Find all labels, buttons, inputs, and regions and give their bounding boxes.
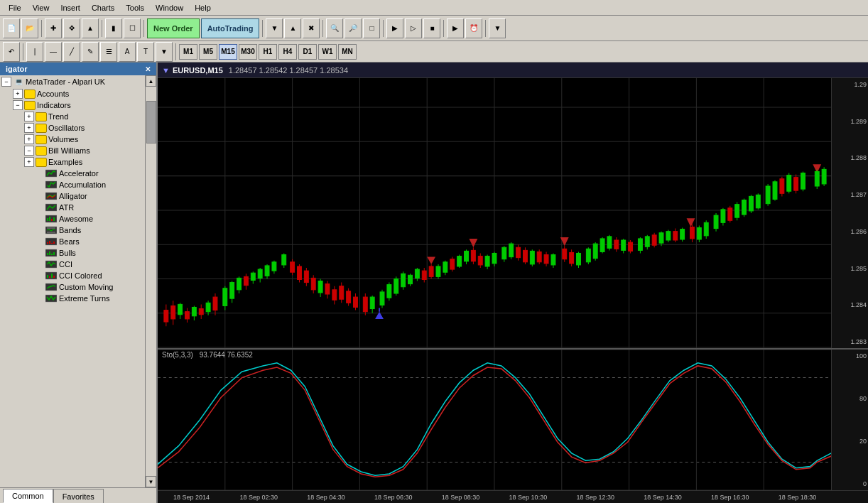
tf-w1[interactable]: W1 <box>318 44 337 60</box>
sell-button[interactable]: ▲ <box>284 18 301 38</box>
tree-item-bears[interactable]: Bears <box>0 236 145 247</box>
tab-favorites[interactable]: Favorites <box>53 489 104 503</box>
tf-h4[interactable]: H4 <box>278 44 297 60</box>
menu-help[interactable]: Help <box>189 2 217 13</box>
tree-item-accelerator[interactable]: Accelerator <box>0 168 145 179</box>
accounts-button[interactable]: ▶ <box>447 18 464 38</box>
expert-button[interactable]: ▷ <box>405 18 422 38</box>
text-tool[interactable]: A <box>119 42 136 62</box>
svg-rect-17 <box>49 252 50 255</box>
tf-mn[interactable]: MN <box>338 44 357 60</box>
new-order-button[interactable]: New Order <box>147 18 200 38</box>
chart-props-button[interactable]: ▮ <box>105 18 122 38</box>
vline-tool[interactable]: | <box>26 42 43 62</box>
svg-rect-18 <box>51 254 53 255</box>
new-chart-button[interactable]: 📄 <box>3 18 20 38</box>
zoom-in-button[interactable]: 🔍 <box>326 18 343 38</box>
tf-h1[interactable]: H1 <box>259 44 277 60</box>
chart-collapse-arrow[interactable]: ▼ <box>162 66 170 75</box>
stochastic-chart: Sto(5,3,3) 93.7644 76.6352 100 80 20 0 <box>158 348 868 490</box>
cursor-tool[interactable]: ↶ <box>3 42 20 62</box>
svg-rect-60 <box>213 297 217 310</box>
options-button[interactable]: ▼ <box>489 18 506 38</box>
tree-item-metatrader[interactable]: − 💻 MetaTrader - Alpari UK <box>0 75 145 88</box>
tree-item-extreme-turns[interactable]: Extreme Turns <box>0 293 145 304</box>
buy-button[interactable]: ▼ <box>266 18 283 38</box>
tree-item-awesome[interactable]: Awesome <box>0 213 145 225</box>
hline-tool[interactable]: — <box>45 42 62 62</box>
expand-examples[interactable]: + <box>24 157 34 167</box>
tree-item-bill-williams[interactable]: − Bill Williams <box>0 145 145 156</box>
accelerator-icon <box>45 168 57 178</box>
accumulation-icon <box>45 180 57 190</box>
autotrading-button[interactable]: AutoTrading <box>201 18 260 38</box>
tree-item-trend[interactable]: + Trend <box>0 111 145 122</box>
label-tool[interactable]: T <box>137 42 154 62</box>
channel-tool[interactable]: ☰ <box>100 42 117 62</box>
tf-m1[interactable]: M1 <box>179 44 197 60</box>
move-button[interactable]: ✥ <box>63 18 80 38</box>
svg-rect-173 <box>614 240 619 249</box>
expand-volumes[interactable]: + <box>24 134 34 144</box>
svg-rect-169 <box>600 239 604 252</box>
tree-item-indicators[interactable]: − Indicators <box>0 99 145 111</box>
menu-window[interactable]: Window <box>150 2 189 13</box>
tf-m5[interactable]: M5 <box>199 44 217 60</box>
expand-oscillators[interactable]: + <box>24 123 34 133</box>
scroll-down-arrow[interactable]: ▼ <box>146 476 156 487</box>
tf-m30[interactable]: M30 <box>239 44 257 60</box>
scroll-up-arrow[interactable]: ▲ <box>146 75 156 87</box>
tf-d1[interactable]: D1 <box>298 44 317 60</box>
close-order-button[interactable]: ✖ <box>303 18 320 38</box>
tree-item-oscillators[interactable]: + Oscillators <box>0 122 145 134</box>
indicators-button[interactable]: ■ <box>423 18 440 38</box>
time-button[interactable]: ⏰ <box>465 18 482 38</box>
tree-item-cci-colored[interactable]: CCI Colored <box>0 270 145 281</box>
expand-indicators[interactable]: − <box>13 100 23 110</box>
zoom-out-button[interactable]: 🔎 <box>345 18 362 38</box>
navigator-close-button[interactable]: ✕ <box>145 65 151 73</box>
expand-trend[interactable]: + <box>24 112 34 121</box>
pen-tool[interactable]: ✎ <box>82 42 99 62</box>
expand-accounts[interactable]: + <box>13 89 23 99</box>
template-button[interactable]: ☐ <box>124 18 141 38</box>
tree-item-accumulation[interactable]: Accumulation <box>0 179 145 190</box>
svg-rect-86 <box>311 278 315 289</box>
tf-m15[interactable]: M15 <box>219 44 237 60</box>
expand-bill-williams[interactable]: − <box>24 146 34 156</box>
menu-file[interactable]: File <box>3 2 27 13</box>
color-tool[interactable]: ▼ <box>156 42 173 62</box>
tree-item-custom-moving[interactable]: Custom Moving <box>0 281 145 293</box>
scroll-thumb[interactable] <box>146 101 156 144</box>
indicators-folder-icon <box>24 101 36 110</box>
chart-in-window-button[interactable]: □ <box>363 18 380 38</box>
zoom-button[interactable]: ▲ <box>82 18 99 38</box>
tab-common[interactable]: Common <box>3 489 53 503</box>
tree-item-volumes[interactable]: + Volumes <box>0 134 145 145</box>
tree-label-trend: Trend <box>48 112 68 121</box>
menu-tools[interactable]: Tools <box>120 2 150 13</box>
menu-charts[interactable]: Charts <box>86 2 120 13</box>
awesome-icon <box>45 214 57 224</box>
crosshair-button[interactable]: ✚ <box>45 18 62 38</box>
tree-item-cci[interactable]: CCI <box>0 259 145 270</box>
strategy-tester-button[interactable]: ▶ <box>386 18 403 38</box>
tree-item-examples[interactable]: + Examples <box>0 156 145 168</box>
expand-metatrader[interactable]: − <box>1 77 11 87</box>
svg-rect-12 <box>49 241 50 244</box>
svg-rect-194 <box>690 227 695 239</box>
tree-item-bulls[interactable]: Bulls <box>0 247 145 259</box>
time-label-1: 18 Sep 02:30 <box>225 494 293 501</box>
open-button[interactable]: 📂 <box>21 18 38 38</box>
tree-item-bands[interactable]: Bands <box>0 225 145 236</box>
tree-item-atr[interactable]: ATR <box>0 202 145 213</box>
svg-rect-189 <box>673 232 678 240</box>
candlestick-chart[interactable]: 1.29 1.289 1.288 1.287 1.286 1.285 1.284… <box>158 78 868 348</box>
line-tool[interactable]: ╱ <box>63 42 80 62</box>
tree-item-alligator[interactable]: Alligator <box>0 190 145 202</box>
svg-rect-127 <box>450 259 455 269</box>
sidebar-scrollbar[interactable]: ▲ ▼ <box>145 75 156 487</box>
menu-insert[interactable]: Insert <box>55 2 86 13</box>
tree-item-accounts[interactable]: + Accounts <box>0 88 145 99</box>
menu-view[interactable]: View <box>27 2 55 13</box>
